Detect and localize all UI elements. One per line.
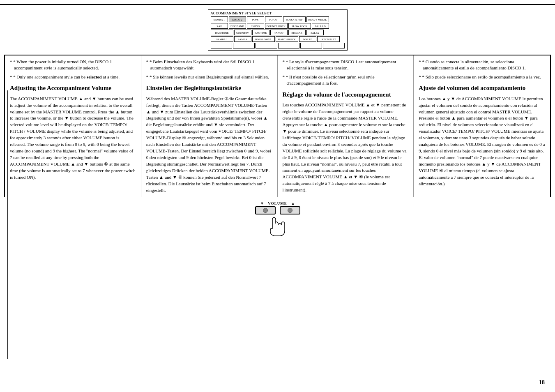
hand-svg: [265, 216, 290, 237]
page-container: ACCOMPANIMENT STYLE SELECT SAMBA 1 DISCO…: [0, 0, 555, 392]
volume-up-arrow: ▲: [291, 201, 295, 205]
style-row-4: SAMBA 1 SAMBA BOSSA NOVA MARCH ROCK WALT…: [211, 36, 345, 42]
vol-btn-right-container: [280, 206, 300, 214]
volume-text: VOLUME: [268, 201, 287, 205]
style-btn-bossanpop[interactable]: BOSSA N POP: [283, 16, 306, 22]
style-btn-bossanova[interactable]: BOSSA NOVA: [252, 36, 275, 42]
style-btn-reggae[interactable]: REGGAE: [288, 30, 306, 35]
style-btn-ragtime[interactable]: RAGTIME: [252, 30, 269, 35]
style-btn-tango[interactable]: TANGO: [270, 30, 288, 35]
style-btn-waltz[interactable]: WALTZ: [299, 36, 316, 42]
col-german: * Beim Einschalten des Keyboards wird de…: [141, 55, 278, 197]
style-btn-ballad[interactable]: BALLAD: [312, 23, 329, 29]
style-select-label: ACCOMPANIMENT STYLE SELECT: [211, 12, 345, 15]
top-border-outer: [0, 4, 555, 5]
col-english-bullets: * When the power is initially turned ON,…: [10, 59, 136, 80]
vol-btn-right[interactable]: [280, 206, 300, 214]
bottom-area: ▼ VOLUME ▲: [0, 201, 555, 238]
spanish-section-body: Los botones ▲ y ▼ de ACCOMPANIMENT VOLUM…: [419, 96, 545, 187]
style-btn-samba1[interactable]: SAMBA 1: [211, 16, 228, 22]
style-btn-jazzwaltz[interactable]: JAZZ WALTZ: [317, 36, 340, 42]
col-spanish-bullets: * Cuando se conecta la alimentación, se …: [419, 59, 545, 80]
style-btn-dtcband[interactable]: DTC BAND: [229, 23, 246, 29]
style-row-1: SAMBA 1 DISCO 2 POPS POP AT BOSSA N POP …: [211, 16, 345, 22]
french-section-title: Réglage du volume de l'accompagnement: [283, 91, 409, 99]
vol-btn-left-container: [255, 206, 276, 214]
german-section-title: Einstellen der Begleitungslautstärke: [146, 84, 272, 92]
volume-btns: [255, 206, 300, 214]
col-french-bullets: * Le style d'accompagnement DISCO 1 est …: [283, 59, 409, 87]
col-spanish: * Cuando se conecta la alimentación, se …: [414, 55, 550, 197]
style-btn-bouncerock[interactable]: BOUNCE ROCK: [265, 23, 288, 29]
spanish-bullet-2: * Sólo puede seleccionarse un estilo de …: [419, 74, 545, 80]
style-btn-slowrock[interactable]: SLOW ROCK: [288, 23, 311, 29]
volume-down-arrow: ▼: [260, 201, 264, 205]
columns-wrapper: * When the power is initially turned ON,…: [4, 55, 551, 197]
style-row-2: RAP DTC BAND SWING BOUNCE ROCK SLOW ROCK…: [211, 23, 345, 29]
style-btn-baritone[interactable]: BARITONE: [211, 30, 233, 35]
french-section-body: Les touches ACCOMPANIMENT VOLUME ▲ et ▼ …: [283, 102, 409, 194]
style-btn-samba[interactable]: SAMBA: [234, 36, 251, 42]
vol-btn-left[interactable]: [255, 206, 276, 214]
style-btn-country[interactable]: COUNTRY: [234, 30, 251, 35]
german-bullet-2: * Sie können jeweils nur einen Begleitun…: [146, 74, 272, 80]
style-btn-heavymetal[interactable]: HEAVY METAL: [306, 16, 329, 22]
style-btn-rap[interactable]: RAP: [211, 23, 228, 29]
english-bullet-1: * When the power is initially turned ON,…: [10, 59, 136, 71]
style-row-3: BARITONE COUNTRY RAGTIME TANGO REGGAE SA…: [211, 30, 345, 35]
volume-label: ▼ VOLUME ▲: [255, 201, 300, 205]
style-btn-pops[interactable]: POPS: [247, 16, 264, 22]
col-german-bullets: * Beim Einschalten des Keyboards wird de…: [146, 59, 272, 80]
vol-btn-left-knob: [263, 208, 268, 213]
page-number: 18: [539, 379, 545, 386]
english-section-body: The ACCOMPANIMENT VOLUME ▲ and ▼ buttons…: [10, 96, 136, 181]
french-bullet-2: * Il n'est possible de sélectionner qu'u…: [283, 74, 409, 87]
col-english: * When the power is initially turned ON,…: [5, 55, 141, 197]
spanish-section-title: Ajuste del volumen del acompañamiento: [419, 84, 545, 92]
english-bullet-2: * Only one accompaniment style can be se…: [10, 74, 136, 80]
german-section-body: Während des MASTER VOLUME-Regler ②die Ge…: [146, 96, 272, 194]
style-btn-salsa[interactable]: SALSA: [306, 30, 324, 35]
style-bottom-row: [211, 43, 345, 48]
style-select-box: ACCOMPANIMENT STYLE SELECT SAMBA 1 DISCO…: [208, 9, 348, 51]
hand-illustration: [255, 216, 300, 238]
french-bullet-1: * Le style d'accompagnement DISCO 1 est …: [283, 59, 409, 71]
style-btn-disco2[interactable]: DISCO 2: [229, 16, 246, 22]
volume-buttons-area: ▼ VOLUME ▲: [255, 201, 300, 238]
col-french: * Le style d'accompagnement DISCO 1 est …: [278, 55, 414, 197]
style-btn-marchrock[interactable]: MARCH ROCK: [276, 36, 298, 42]
german-bullet-1: * Beim Einschalten des Keyboards wird de…: [146, 59, 272, 71]
top-border-inner: [0, 6, 555, 6]
style-select-area: ACCOMPANIMENT STYLE SELECT SAMBA 1 DISCO…: [0, 9, 555, 51]
style-btn-samba1b[interactable]: SAMBA 1: [211, 36, 233, 42]
english-section-title: Adjusting the Accompaniment Volume: [10, 84, 136, 92]
vol-btn-right-knob: [288, 208, 292, 213]
style-btn-swing[interactable]: SWING: [247, 23, 264, 29]
style-btn-popat[interactable]: POP AT: [265, 16, 282, 22]
spanish-bullet-1: * Cuando se conecta la alimentación, se …: [419, 59, 545, 71]
